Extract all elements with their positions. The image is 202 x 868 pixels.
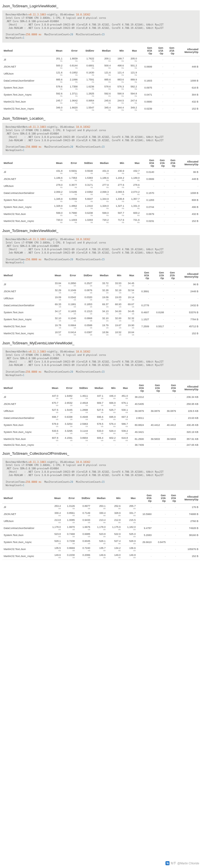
- cell: 600.2ns: [125, 211, 141, 218]
- cell: 607.8us: [48, 435, 60, 442]
- col-3: StdDev: [78, 158, 94, 169]
- cell: 0.7240us: [76, 546, 92, 553]
- cell: -: [153, 105, 165, 112]
- method-cell: Utf8Json: [2, 407, 48, 414]
- cell: -: [155, 169, 166, 176]
- cell: 32.19us: [110, 288, 123, 295]
- cell: 244.5ns: [112, 98, 125, 105]
- cell: 523.8us: [91, 531, 107, 538]
- col-8: Gen1/1kOp: [150, 270, 165, 281]
- method-cell: MartinCl2.Text.Json: [2, 98, 51, 105]
- table-row: DataContractJsonSerializer69.33us0.1981u…: [2, 302, 200, 309]
- cell: 1.7358ns: [64, 84, 79, 91]
- col-4: Median: [91, 493, 107, 504]
- cell: 721.6ns: [125, 218, 141, 225]
- benchmark-table: MethodMeanErrorStdDevMedianMinMaxGen0/1k…: [2, 493, 200, 560]
- table-row: System.Text.Json1,345.9ns6.0559ns5.6647n…: [2, 197, 200, 204]
- cell: -: [153, 70, 165, 77]
- cell: 1,178.0us: [91, 525, 107, 531]
- cell: 29.6610: [137, 538, 153, 546]
- cell: 676.1us: [117, 400, 129, 407]
- cell: 2760 B: [177, 518, 200, 525]
- cell: 19.90us: [123, 323, 136, 330]
- cell: 597.7ns: [110, 211, 125, 218]
- env-box: BenchmarkDotNet=v0.11.3.1003-nightly, OS…: [2, 458, 200, 490]
- col-5: Min: [107, 493, 122, 504]
- cell: 5.2083: [137, 531, 153, 538]
- cell: 212.8us: [107, 518, 122, 525]
- cell: -: [145, 442, 161, 447]
- method-cell: Jil: [2, 56, 51, 63]
- cell: 1.0085us: [62, 518, 76, 525]
- cell: 69.67us: [123, 302, 136, 309]
- cell: 253.4us: [47, 503, 62, 510]
- cell: 1,327.1ns: [110, 204, 125, 211]
- cell: 357.91 KB: [177, 435, 200, 442]
- cell: -: [137, 503, 153, 510]
- cell: 74688 B: [177, 510, 200, 518]
- cell: 330.4us: [91, 510, 107, 518]
- cell: -: [150, 302, 165, 309]
- cell: 38.7409: [129, 442, 145, 447]
- cell: -: [167, 503, 177, 510]
- cell: 883.6ns: [112, 77, 125, 84]
- cell: 33.72us: [94, 281, 110, 288]
- method-cell: System.Text.Json_Async: [2, 428, 48, 435]
- cell: 331.7us: [122, 510, 137, 518]
- cell: 258.95 KB: [177, 400, 200, 407]
- cell: 666.9us: [105, 400, 117, 407]
- col-0: Method: [2, 493, 47, 504]
- cell: 0.1403us: [63, 309, 78, 316]
- method-cell: JSON.NET: [2, 63, 51, 70]
- cell: 717.6ns: [110, 218, 125, 225]
- method-cell: MartinCl2.Text.Json_Async: [2, 105, 51, 112]
- cell: 0.0471: [138, 91, 153, 98]
- cell: 0.0975: [138, 84, 153, 91]
- table-row: MartinCl2.Text.Json_Async720.0ns1.1003ns…: [2, 218, 200, 225]
- col-8: Gen1/1kOp: [145, 383, 161, 394]
- cell: -: [155, 204, 166, 211]
- col-10: AllocatedMemory/Op: [177, 383, 200, 394]
- method-cell: System.Text.Json_Async: [2, 91, 51, 98]
- cell: 1,331.0ns: [125, 204, 141, 211]
- method-cell: System.Text.Json: [2, 84, 51, 91]
- cell: 599.0ns: [94, 211, 110, 218]
- cell: -: [166, 176, 177, 183]
- cell: 34.45us: [123, 309, 136, 316]
- cell: 522.9us: [107, 531, 122, 538]
- cell: 889.9ns: [125, 77, 138, 84]
- cell: 528.1us: [91, 538, 107, 546]
- cell: 530.1us: [117, 407, 129, 414]
- cell: 34.13us: [94, 309, 110, 316]
- cell: -: [167, 525, 177, 531]
- cell: -: [176, 56, 200, 63]
- cell: 18.57us: [50, 330, 63, 337]
- cell: -: [141, 183, 156, 190]
- cell: -: [145, 428, 161, 435]
- table-row: System.Text.Json_Async32.10us0.1040us0.0…: [2, 316, 200, 323]
- cell: 432 B: [176, 98, 200, 105]
- cell: 1.5383ns: [78, 176, 94, 183]
- table-row: DataContractJsonSerializer1,178.0us1.997…: [2, 525, 200, 531]
- table-row: Utf8Json19.09us0.0342us0.0320us19.09us19…: [2, 295, 200, 302]
- cell: 1,178.0us: [47, 525, 62, 531]
- cell: 0.3891: [136, 288, 150, 295]
- cell: 1.3711ns: [64, 91, 79, 98]
- table-row: System.Text.Json_Async1,328.9ns1.4862ns1…: [2, 204, 200, 211]
- cell: 525.0us: [122, 531, 137, 538]
- cell: 213.4us: [91, 518, 107, 525]
- cell: -: [137, 518, 153, 525]
- cell: -: [165, 70, 176, 77]
- cell: -: [161, 442, 177, 447]
- cell: 432 B: [177, 211, 200, 218]
- cell: 34.00us: [110, 309, 123, 316]
- cell: 19.14us: [123, 295, 136, 302]
- method-cell: Utf8Json: [2, 183, 49, 190]
- cell: 0.2086us: [76, 553, 92, 560]
- cell: -: [155, 218, 166, 225]
- cell: 34.45us: [123, 281, 136, 288]
- cell: 592.6ns: [95, 91, 112, 98]
- cell: 0.6045us: [76, 538, 92, 546]
- cell: -: [150, 295, 165, 302]
- cell: 18.52us: [110, 330, 123, 337]
